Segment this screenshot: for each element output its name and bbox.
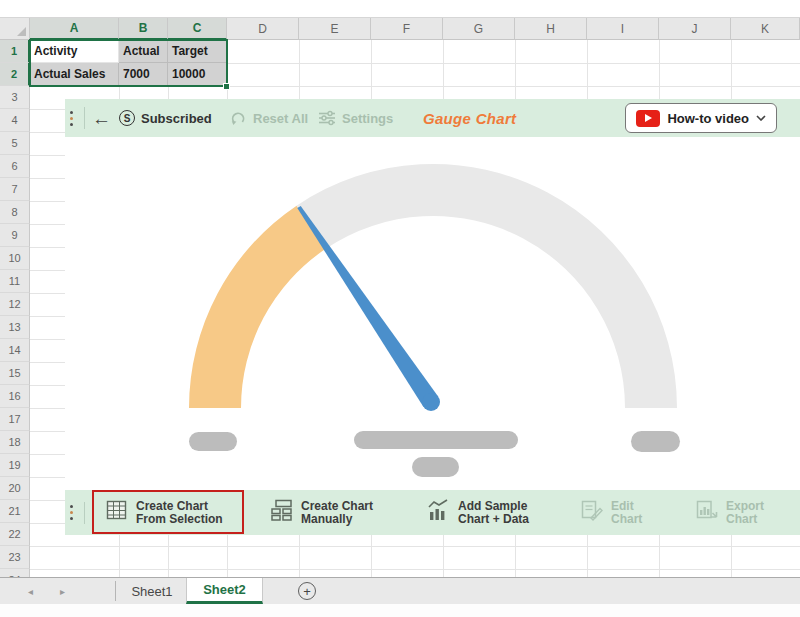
row-header-2[interactable]: 2 — [0, 63, 30, 86]
settings-button[interactable]: Settings — [318, 99, 393, 137]
gridline — [30, 546, 800, 547]
status-strip — [0, 604, 800, 617]
row-header-17[interactable]: 17 — [0, 408, 30, 431]
row-header-13[interactable]: 13 — [0, 316, 30, 339]
row-header-21[interactable]: 21 — [0, 500, 30, 523]
row-header-15[interactable]: 15 — [0, 362, 30, 385]
drag-dots-icon — [70, 111, 73, 126]
toolbar-button-export-chart[interactable]: ExportChart — [695, 490, 764, 535]
reset-all-label: Reset All — [253, 111, 308, 126]
row-header-10[interactable]: 10 — [0, 247, 30, 270]
gauge-tick-center-small — [412, 457, 459, 477]
reset-all-button[interactable]: Reset All — [230, 99, 308, 137]
gauge-tick-center — [354, 431, 518, 449]
column-header-J[interactable]: J — [659, 18, 731, 40]
row-header-6[interactable]: 6 — [0, 155, 30, 178]
toolbar-button-label: ExportChart — [726, 500, 764, 526]
gauge-needle — [297, 206, 438, 407]
sheet-tab-bar: ◂ ▸ Sheet1Sheet2 + — [0, 577, 800, 604]
toolbar-button-create-chart-manually[interactable]: Create ChartManually — [270, 490, 373, 535]
column-header-G[interactable]: G — [443, 18, 515, 40]
select-all-corner[interactable] — [0, 18, 30, 40]
toolbar-button-edit-chart[interactable]: EditChart — [580, 490, 642, 535]
row-header-12[interactable]: 12 — [0, 293, 30, 316]
addin-header-bar: ← S Subscribed Reset All Settings — [65, 99, 800, 137]
sample-chart-icon — [427, 498, 451, 527]
row-header-7[interactable]: 7 — [0, 178, 30, 201]
column-header-I[interactable]: I — [587, 18, 659, 40]
sheet-tab-sheet2[interactable]: Sheet2 — [186, 578, 263, 604]
settings-sliders-icon — [318, 110, 336, 126]
header-separator — [84, 99, 85, 137]
cell-C2[interactable]: 10000 — [168, 63, 227, 86]
header-drag-handle[interactable] — [70, 99, 73, 137]
subscribed-icon: S — [119, 110, 135, 126]
row-header-18[interactable]: 18 — [0, 431, 30, 454]
youtube-icon — [636, 110, 660, 127]
column-header-H[interactable]: H — [515, 18, 587, 40]
gauge-tick-left — [189, 432, 237, 451]
gauge-chart-canvas[interactable] — [65, 137, 800, 490]
column-header-F[interactable]: F — [371, 18, 443, 40]
row-header-4[interactable]: 4 — [0, 109, 30, 132]
gauge-tick-right — [631, 431, 680, 452]
settings-label: Settings — [342, 111, 393, 126]
gauge-needle-pivot — [422, 393, 440, 411]
cell-A1[interactable]: Activity — [30, 40, 119, 63]
row-header-16[interactable]: 16 — [0, 385, 30, 408]
row-header-1[interactable]: 1 — [0, 40, 30, 63]
column-header-A[interactable]: A — [30, 18, 119, 40]
gauge-chart-title: Gauge Chart — [423, 110, 516, 127]
toolbar-button-label: EditChart — [611, 500, 642, 526]
fill-handle[interactable] — [223, 83, 230, 90]
edit-chart-icon — [580, 498, 604, 527]
toolbar-button-label: Create ChartManually — [301, 500, 373, 526]
export-chart-icon — [695, 498, 719, 527]
row-header-8[interactable]: 8 — [0, 201, 30, 224]
gridline — [30, 86, 800, 87]
gauge-chart — [65, 137, 800, 490]
toolbar-separator — [84, 490, 85, 535]
column-header-C[interactable]: C — [168, 18, 227, 40]
drag-dots-icon — [70, 505, 73, 520]
back-button[interactable]: ← — [92, 99, 111, 137]
column-header-E[interactable]: E — [299, 18, 371, 40]
row-header-23[interactable]: 23 — [0, 546, 30, 569]
add-sheet-button[interactable]: + — [298, 582, 316, 600]
toolbar-button-label: Add SampleChart + Data — [458, 500, 529, 526]
prev-sheet-arrow[interactable]: ◂ — [28, 578, 33, 604]
tab-separator — [115, 581, 116, 601]
reset-icon — [230, 110, 247, 127]
chevron-down-icon — [756, 115, 766, 121]
how-to-video-label: How-to video — [667, 111, 749, 126]
toolbar-drag-handle[interactable] — [70, 490, 73, 535]
list-blocks-icon — [270, 498, 294, 527]
row-header-19[interactable]: 19 — [0, 454, 30, 477]
cell-A2[interactable]: Actual Sales — [30, 63, 119, 86]
row-header-5[interactable]: 5 — [0, 132, 30, 155]
back-arrow-icon: ← — [92, 109, 111, 128]
row-header-14[interactable]: 14 — [0, 339, 30, 362]
row-header-22[interactable]: 22 — [0, 523, 30, 546]
row-header-20[interactable]: 20 — [0, 477, 30, 500]
addin-toolbar: Create ChartFrom SelectionCreate ChartMa… — [65, 490, 800, 535]
toolbar-button-add-sample-chart-data[interactable]: Add SampleChart + Data — [427, 490, 529, 535]
column-header-D[interactable]: D — [227, 18, 299, 40]
sheet-tab-sheet1[interactable]: Sheet1 — [118, 578, 186, 604]
chart-type-title: Gauge Chart — [423, 99, 516, 137]
subscribed-button[interactable]: S Subscribed — [119, 99, 212, 137]
gridline — [30, 569, 800, 570]
next-sheet-arrow[interactable]: ▸ — [60, 578, 65, 604]
column-header-B[interactable]: B — [119, 18, 168, 40]
cell-B1[interactable]: Actual — [119, 40, 168, 63]
cell-C1[interactable]: Target — [168, 40, 227, 63]
gauge-filled-arc — [189, 206, 326, 408]
column-header-K[interactable]: K — [731, 18, 800, 40]
how-to-video-button[interactable]: How-to video — [625, 103, 777, 133]
cell-B2[interactable]: 7000 — [119, 63, 168, 86]
row-header-9[interactable]: 9 — [0, 224, 30, 247]
red-highlight-box — [92, 490, 244, 534]
row-header-3[interactable]: 3 — [0, 86, 30, 109]
row-header-11[interactable]: 11 — [0, 270, 30, 293]
subscribed-label: Subscribed — [141, 111, 212, 126]
